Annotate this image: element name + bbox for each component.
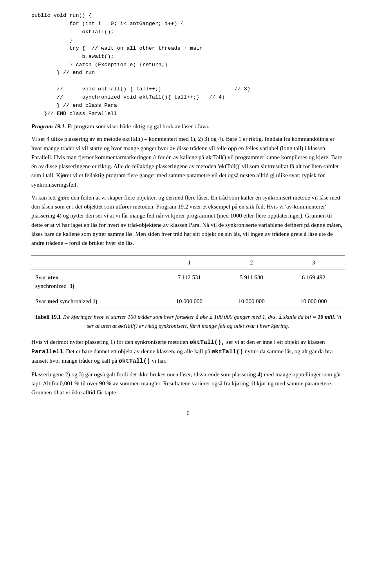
col-header-1: 1 [158,256,221,270]
p3-code2: Parallell [31,349,63,355]
paragraph-2: Vi kan lett gjøre den feilen at vi skape… [31,193,345,248]
table-row-2: Svar med synchronized 1) 10 000 000 10 0… [31,294,345,309]
table-caption-code1: i [209,314,213,320]
row-1-col3: 6 169 492 [282,270,345,294]
col-header-2: 2 [221,256,283,270]
p3-text3: . Det er bare dannet ett objekt av denne… [63,348,212,354]
row-1-label: Svar utensynchronized 3) [31,270,158,294]
row-1-col2: 5 911 630 [221,270,283,294]
paragraph-3: Hvis vi derimot nytter plassering 1) for… [31,338,345,366]
data-table-wrapper: 1 2 3 Svar utensynchronized 3) 7 112 531… [31,255,345,309]
table-caption-text3: 100 000 ganger med 1, dvs. [213,314,278,320]
last-paragraph: Plasseringene 2) og 3) går også galt for… [31,370,345,397]
table-caption-text1: Tre kjøringer hvor vi starter 100 tråder… [61,314,209,320]
col-header-label [31,256,158,270]
row-2-col1: 10 000 000 [158,294,221,309]
program-caption-text: Et program som viser både riktig og gal … [66,123,210,129]
row-2-label: Svar med synchronized 1) [31,294,158,309]
program-caption: Program 19.1. Et program som viser både … [31,122,345,131]
row-1-col1: 7 112 531 [158,270,221,294]
results-table: 1 2 3 Svar utensynchronized 3) 7 112 531… [31,255,345,309]
col-header-3: 3 [282,256,345,270]
table-caption-bold: 10 mill [318,314,334,320]
p3-code3: øktTall() [212,349,243,355]
paragraph-1: Vi ser 4 ulike plassering av en metode ø… [31,135,345,189]
table-caption: Tabell 19.1 Tre kjøringer hvor vi starte… [31,313,345,331]
row-2-col2: 10 000 000 [221,294,283,309]
table-caption-label: Tabell 19.1 [34,314,61,320]
page-number: 6 [31,409,345,418]
p3-text1: Hvis vi derimot nytter plassering 1) for… [31,339,190,345]
p3-code4: øktTall() [119,358,150,365]
table-header-row: 1 2 3 [31,256,345,270]
table-caption-text4: skulle da bli = [282,314,318,320]
table-row-1: Svar utensynchronized 3) 7 112 531 5 911… [31,270,345,294]
p3-code1: øktTall(), [190,339,225,346]
row-2-col3: 10 000 000 [282,294,345,309]
p3-text2: ser vi at den er inne i ett objekt av kl… [225,339,325,345]
p3-text5: vi har. [150,358,166,364]
code-block: public void run() { for (int i = 0; i< a… [31,12,345,118]
program-caption-label: Program 19.1. [31,123,66,129]
